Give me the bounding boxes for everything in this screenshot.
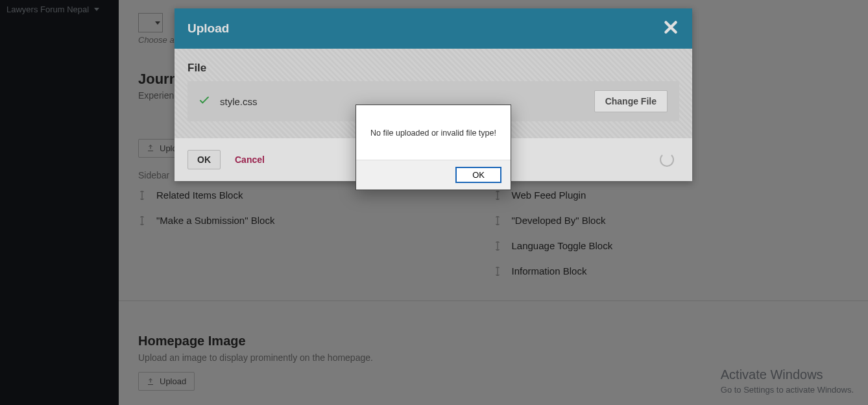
alert-ok-button[interactable]: OK (455, 167, 501, 183)
alert-footer: OK (356, 160, 511, 190)
alert-overlay (0, 0, 868, 405)
alert-message: No file uploaded or invalid file type! (356, 105, 511, 160)
alert-dialog: No file uploaded or invalid file type! O… (356, 104, 511, 190)
